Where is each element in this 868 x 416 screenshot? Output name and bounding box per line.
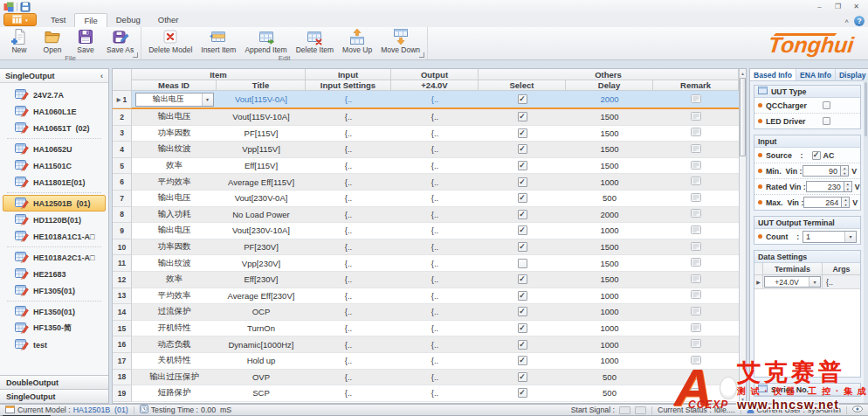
sidebar-item[interactable]: test	[3, 336, 106, 353]
delay-cell[interactable]: 1500	[566, 142, 653, 157]
delay-cell[interactable]: 1000	[566, 174, 653, 190]
output-cell[interactable]: {..	[391, 288, 479, 304]
output-cell[interactable]: {..	[391, 272, 479, 288]
minimize-button[interactable]: –	[811, 3, 828, 12]
data-settings-row[interactable]: ▶ +24.0V ▾ {..	[754, 275, 860, 289]
close-button[interactable]: ✕	[848, 3, 865, 12]
sidebar-header[interactable]: SingleOutput ‹	[0, 69, 108, 83]
select-checkbox[interactable]	[518, 210, 527, 219]
delay-cell[interactable]: 1500	[566, 158, 653, 174]
output-cell[interactable]: {..	[391, 336, 479, 352]
meas-id-cell[interactable]: 输出过压保护 输出过压保护 ▾	[132, 370, 217, 385]
output-cell[interactable]: {..	[391, 142, 479, 157]
table-row[interactable]: ▶7 输出电压 输出电压 ▾ Vout[230V-0A] {.. {.. 500	[113, 191, 739, 207]
select-checkbox[interactable]	[518, 242, 527, 252]
meas-id-cell[interactable]: 功率因数 功率因数 ▾	[132, 126, 217, 142]
option-checkbox[interactable]	[823, 101, 830, 109]
new-button[interactable]: New	[3, 28, 36, 54]
sidebar-item[interactable]: HE21683	[3, 266, 106, 282]
output-cell[interactable]: {..	[391, 207, 479, 223]
input-settings-cell[interactable]: {..	[306, 239, 391, 255]
title-cell[interactable]: Eff[230V]	[217, 272, 306, 288]
collapse-sidebar-icon[interactable]: ‹	[100, 72, 103, 80]
panel-scrollbar[interactable]	[864, 80, 868, 403]
sidebar-item[interactable]: HA11801E(01)	[3, 174, 106, 191]
output-cell[interactable]: {..	[391, 126, 479, 142]
remark-cell[interactable]	[653, 223, 739, 239]
table-row[interactable]: ▶12 效率 效率 ▾ Eff[230V] {.. {.. 1500	[113, 272, 739, 288]
delay-cell[interactable]: 1000	[566, 321, 653, 336]
remark-cell[interactable]	[653, 255, 739, 271]
spinner-arrows-icon[interactable]: ▲▼	[842, 197, 850, 208]
remark-cell[interactable]	[653, 207, 739, 223]
meas-id-cell[interactable]: 动态负载 动态负载 ▾	[132, 336, 217, 352]
table-row[interactable]: ▶4 输出纹波 输出纹波 ▾ Vpp[115V] {.. {.. 1500	[113, 142, 739, 158]
remark-cell[interactable]	[653, 91, 739, 107]
table-row[interactable]: ▶16 动态负载 动态负载 ▾ Dynamic[1000Hz] {.. {.. …	[113, 336, 739, 353]
quick-save-icon[interactable]	[20, 2, 31, 12]
delay-cell[interactable]: 1000	[566, 336, 653, 352]
append-item-button[interactable]: Append Item	[240, 28, 291, 54]
dialog-launcher-icon[interactable]	[133, 52, 138, 58]
sidebar-item[interactable]: HA12501B (01)	[3, 195, 106, 211]
title-cell[interactable]: OCP	[217, 304, 306, 320]
spinner-arrows-icon[interactable]: ▲▼	[841, 165, 849, 177]
title-cell[interactable]: Eff[115V]	[217, 158, 306, 174]
output-cell[interactable]: {..	[391, 109, 479, 125]
select-checkbox[interactable]	[518, 274, 527, 284]
input-settings-cell[interactable]: {..	[306, 336, 391, 352]
title-cell[interactable]: Vpp[115V]	[217, 142, 306, 157]
meas-id-cell[interactable]: 过流保护 过流保护 ▾	[132, 304, 217, 320]
output-cell[interactable]: {..	[391, 304, 479, 320]
input-settings-cell[interactable]: {..	[306, 385, 391, 401]
delay-cell[interactable]: 1500	[566, 239, 653, 255]
title-cell[interactable]: PF[230V]	[217, 239, 306, 255]
sidebar-accordion-singleoutput[interactable]: SingleOutput	[0, 389, 108, 403]
input-settings-cell[interactable]: {..	[306, 109, 391, 125]
help-button[interactable]: ?	[854, 16, 865, 26]
title-cell[interactable]: Vout[115V-10A]	[217, 109, 306, 125]
value-spinner[interactable]: 90 ▲▼	[803, 165, 849, 177]
meas-id-cell[interactable]: 输出电压 输出电压 ▾	[132, 223, 217, 239]
delay-cell[interactable]: 500	[566, 385, 653, 401]
option-checkbox[interactable]	[823, 117, 830, 125]
dialog-launcher-icon[interactable]	[419, 52, 424, 58]
delay-cell[interactable]: 1500	[566, 109, 653, 125]
input-settings-cell[interactable]: {..	[306, 174, 391, 190]
panel-tab-ena-info[interactable]: ENA Info	[796, 69, 836, 80]
table-row[interactable]: ▶3 功率因数 功率因数 ▾ PF[115V] {.. {.. 1500	[113, 126, 739, 142]
output-cell[interactable]: {..	[391, 353, 479, 369]
move-down-button[interactable]: Move Down	[376, 28, 424, 54]
remark-cell[interactable]	[653, 239, 739, 255]
title-cell[interactable]: Vout[230V-0A]	[217, 191, 306, 206]
table-row[interactable]: ▶14 过流保护 过流保护 ▾ OCP {.. {.. 1000	[113, 304, 739, 321]
remark-cell[interactable]	[653, 304, 739, 320]
input-settings-cell[interactable]: {..	[306, 304, 391, 320]
sidebar-item[interactable]: 24V2.7A	[3, 87, 106, 103]
select-checkbox[interactable]	[518, 388, 527, 398]
output-cell[interactable]: {..	[391, 255, 479, 271]
delay-cell[interactable]: 2000	[566, 91, 653, 107]
sidebar-item[interactable]: HF1350(01)	[3, 303, 106, 320]
meas-id-cell[interactable]: 短路保护 短路保护 ▾	[132, 385, 217, 401]
table-row[interactable]: ▶6 平均效率 平均效率 ▾ Average Eff[115V] {.. {..…	[113, 174, 739, 191]
sidebar-item[interactable]: HE1018A2C1-A□	[3, 249, 106, 266]
table-row[interactable]: ▶13 平均效率 平均效率 ▾ Average Eff[230V] {.. {.…	[113, 288, 739, 305]
remark-cell[interactable]	[653, 142, 739, 157]
input-settings-cell[interactable]: {..	[306, 370, 391, 385]
table-scrollbar[interactable]: ▲ ▼	[739, 69, 746, 403]
table-row[interactable]: ▶11 输出纹波 输出纹波 ▾ Vpp[230V] {.. {.. 1500	[113, 255, 739, 272]
table-row[interactable]: ▶2 输出电压 输出电压 ▾ Vout[115V-10A] {.. {.. 15…	[113, 109, 739, 126]
title-cell[interactable]: TurnOn	[217, 321, 306, 336]
sidebar-accordion-doubleoutput[interactable]: DoubleOutput	[0, 375, 108, 389]
table-row[interactable]: ▶8 输入功耗 输入功耗 ▾ No Load Power {.. {.. 200…	[113, 207, 739, 224]
select-checkbox[interactable]	[518, 291, 527, 301]
restore-button[interactable]: ❐	[830, 3, 846, 12]
select-checkbox[interactable]	[518, 356, 527, 365]
title-cell[interactable]: Hold up	[217, 353, 306, 369]
remark-cell[interactable]	[653, 109, 739, 125]
remark-cell[interactable]	[653, 336, 739, 352]
panel-tab-based-info[interactable]: Based Info	[750, 69, 796, 80]
ribbon-tab-other[interactable]: Other	[149, 13, 188, 25]
scrollbar-thumb[interactable]	[865, 82, 867, 136]
